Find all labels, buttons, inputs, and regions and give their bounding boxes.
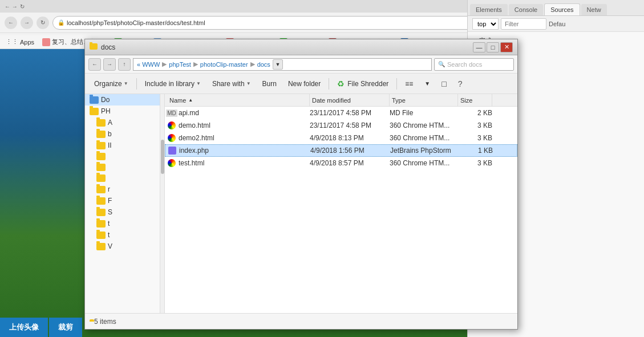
explorer-dialog: docs — □ ✕ ← → ↑ « WWW ▶ phpTest ▶ photo… [84, 39, 518, 330]
toolbar-separator-3 [396, 78, 397, 90]
col-header-type[interactable]: Type [390, 94, 458, 107]
path-phptest[interactable]: phpTest [169, 61, 191, 68]
tab-network[interactable]: Netw [581, 4, 607, 15]
toolbar-separator-2 [329, 78, 329, 90]
upload-avatar-button[interactable]: 上传头像 [0, 318, 48, 337]
dialog-titlebar: docs — □ ✕ [85, 39, 517, 55]
view-options-button[interactable]: □ [437, 76, 451, 92]
new-folder-button[interactable]: New folder [283, 76, 325, 92]
file-icon-api: MD [167, 108, 176, 117]
file-row-api[interactable]: MD api.md 23/11/2017 4:58 PM MD File 2 K… [165, 107, 517, 119]
explorer-up-button[interactable]: ↑ [118, 58, 131, 71]
sidebar-folder-7[interactable] [85, 173, 164, 184]
file-row-index[interactable]: index.php 4/9/2018 1:56 PM JetBrains Php… [165, 144, 517, 157]
apps-icon: ⋮⋮ [6, 38, 18, 46]
sidebar-folder-icon-do [90, 96, 99, 104]
sidebar-folder-t2[interactable]: t [85, 229, 164, 241]
sidebar-folder-icon-ii [96, 142, 106, 149]
shredder-icon: ♻ [337, 79, 345, 88]
sidebar-folder-r[interactable]: r [85, 184, 164, 195]
file-date-test: 4/9/2018 8:57 PM [310, 159, 390, 167]
sidebar-folder-do[interactable]: Do [85, 94, 164, 105]
file-icon-index [168, 146, 177, 155]
sidebar-folder-v[interactable]: V [85, 241, 164, 252]
include-in-library-button[interactable]: Include in library ▼ [140, 76, 205, 92]
tab-console[interactable]: Console [509, 4, 543, 15]
sidebar-folder-icon-7 [96, 174, 106, 182]
view-dropdown-button[interactable]: ▼ [420, 76, 435, 92]
close-button[interactable]: ✕ [500, 42, 513, 52]
file-size-demo2: 3 KB [458, 134, 492, 142]
bookmark-apps[interactable]: ⋮⋮ Apps [2, 37, 38, 47]
col-header-name[interactable]: Name ▲ [167, 94, 310, 107]
devtools-tabs: Elements Console Sources Netw [468, 0, 644, 16]
explorer-address-bar: ← → ↑ « WWW ▶ phpTest ▶ photoClip-master… [85, 55, 517, 74]
minimize-button[interactable]: — [473, 42, 485, 52]
review-icon [42, 38, 50, 46]
help-button[interactable]: ? [453, 76, 467, 92]
col-header-date[interactable]: Date modified [310, 94, 390, 107]
file-name-test: test.html [179, 159, 310, 167]
chrome-nav-arrows[interactable]: ← → [5, 3, 18, 10]
explorer-back-button[interactable]: ← [88, 58, 101, 71]
file-row-test[interactable]: test.html 4/9/2018 8:57 PM 360 Chrome HT… [165, 157, 517, 169]
explorer-forward-button[interactable]: → [103, 58, 116, 71]
tab-elements[interactable]: Elements [470, 4, 508, 15]
file-type-demo2: 360 Chrome HTM... [390, 134, 458, 142]
sidebar-folder-ii[interactable]: II [85, 140, 164, 151]
filelist-footer: 5 items [85, 313, 517, 329]
path-www[interactable]: « WWW [137, 61, 160, 68]
folder-icon-title [90, 43, 98, 51]
sidebar-folder-ph[interactable]: PH [85, 105, 164, 117]
path-dropdown[interactable]: ▼ [273, 59, 283, 70]
devtools-default-label: Defau [549, 21, 565, 27]
burn-button[interactable]: Burn [258, 76, 281, 92]
sidebar-folder-t1[interactable]: t [85, 218, 164, 229]
tab-sources[interactable]: Sources [544, 3, 580, 15]
file-date-demo2: 4/9/2018 8:13 PM [310, 134, 390, 142]
explorer-sidebar: Do PH A b II [85, 94, 165, 313]
sidebar-folder-b[interactable]: b [85, 128, 164, 140]
file-name-api: api.md [179, 109, 310, 117]
back-button[interactable]: ← [5, 17, 17, 29]
chrome-reload[interactable]: ↻ [20, 3, 25, 10]
devtools-select[interactable]: top [472, 18, 499, 30]
path-sep-1: ▶ [162, 60, 167, 68]
file-size-index: 1 KB [459, 147, 493, 155]
sort-arrow: ▲ [188, 98, 193, 103]
explorer-toolbar: Organize ▼ Include in library ▼ Share wi… [85, 74, 517, 94]
path-photoclip[interactable]: photoClip-master [200, 61, 248, 68]
organize-button[interactable]: Organize ▼ [90, 76, 133, 92]
restore-button[interactable]: □ [487, 42, 499, 52]
file-icon-test [167, 159, 176, 168]
sidebar-folder-icon-b [96, 131, 106, 138]
sidebar-folder-icon-v [96, 243, 106, 250]
explorer-path[interactable]: « WWW ▶ phpTest ▶ photoClip-master ▶ doc… [133, 58, 432, 71]
dialog-controls: — □ ✕ [473, 42, 513, 52]
sidebar-folder-s[interactable]: S [85, 206, 164, 218]
share-with-button[interactable]: Share with ▼ [208, 76, 256, 92]
path-docs[interactable]: docs [257, 61, 270, 68]
file-row-demo2[interactable]: demo2.html 4/9/2018 8:13 PM 360 Chrome H… [165, 132, 517, 144]
file-date-api: 23/11/2017 4:58 PM [310, 109, 390, 117]
sidebar-folder-icon-t2 [96, 232, 106, 239]
reload-button[interactable]: ↻ [37, 17, 49, 29]
filelist-header: Name ▲ Date modified Type Size [165, 94, 517, 107]
sidebar-folder-6[interactable] [85, 162, 164, 173]
view-button[interactable]: ≡≡ [400, 76, 418, 92]
crop-button[interactable]: 裁剪 [49, 318, 82, 337]
search-icon: 🔍 [438, 61, 445, 67]
sidebar-folder-5[interactable] [85, 151, 164, 162]
file-row-demo[interactable]: demo.html 23/11/2017 4:58 PM 360 Chrome … [165, 119, 517, 132]
explorer-search[interactable]: 🔍 Search docs [434, 58, 514, 71]
forward-button[interactable]: → [21, 17, 33, 29]
search-placeholder: Search docs [447, 61, 482, 68]
col-header-size[interactable]: Size [458, 94, 492, 107]
sidebar-folder-f[interactable]: F [85, 195, 164, 206]
explorer-filelist: Name ▲ Date modified Type Size MD api.m [165, 94, 517, 313]
sidebar-scrollbar[interactable] [160, 94, 164, 313]
sidebar-folder-icon-s [96, 209, 106, 216]
sidebar-folder-a[interactable]: A [85, 117, 164, 128]
file-shredder-button[interactable]: ♻ File Shredder [333, 76, 393, 92]
devtools-filter-input[interactable] [501, 18, 546, 30]
